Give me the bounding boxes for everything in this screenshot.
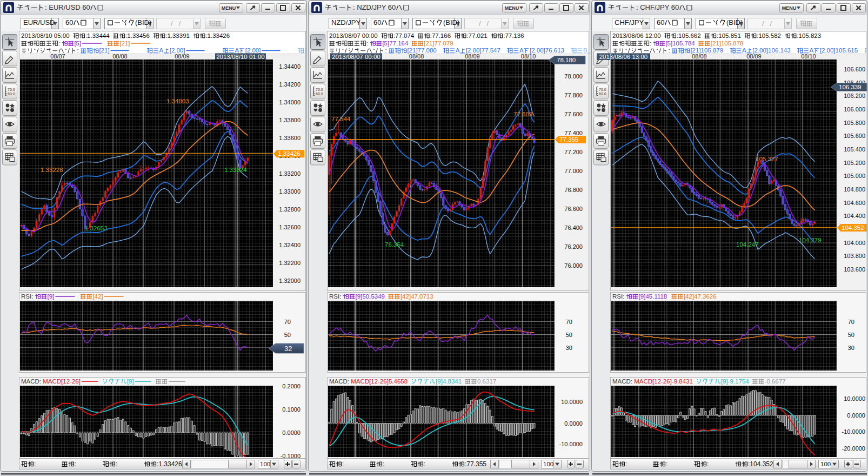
svg-text:[2.00]: [2.00] — [820, 47, 836, 54]
svg-text:[5]: [5] — [665, 40, 672, 47]
svg-text::77.074: :77.074 — [393, 32, 415, 39]
svg-text:1.33228: 1.33228 — [41, 167, 63, 173]
svg-text:08/09: 08/09 — [465, 53, 480, 60]
svg-text::105.662: :105.662 — [677, 32, 701, 39]
svg-text::1.33426: :1.33426 — [205, 32, 230, 39]
svg-text:(BID): (BID) — [726, 18, 743, 27]
svg-text:76.354: 76.354 — [385, 241, 404, 248]
svg-text:08/10: 08/10 — [521, 53, 536, 60]
svg-text:105.200: 105.200 — [844, 160, 865, 166]
svg-text:(BID): (BID) — [443, 18, 459, 27]
svg-text:[21]: [21] — [99, 47, 109, 54]
svg-text:100: 100 — [260, 461, 270, 467]
svg-text:30: 30 — [566, 345, 572, 351]
svg-text:0.2000: 0.2000 — [282, 383, 301, 389]
svg-text::: : — [342, 460, 344, 468]
svg-text:CHF/JPY: CHF/JPY — [615, 18, 644, 27]
svg-text::: : — [383, 460, 384, 468]
svg-text:RSI:: RSI: — [329, 293, 341, 300]
svg-text:A: A — [159, 47, 164, 54]
svg-text:[42]: [42] — [92, 293, 103, 300]
svg-text:77.000: 77.000 — [564, 168, 583, 174]
svg-text:104.279: 104.279 — [799, 237, 822, 243]
svg-text:30: 30 — [848, 345, 854, 351]
svg-text:103.600: 103.600 — [844, 266, 865, 273]
svg-text:[9]: [9] — [436, 378, 443, 385]
svg-text:08/07: 08/07 — [50, 53, 65, 60]
svg-text:-10.0000: -10.0000 — [842, 428, 865, 435]
svg-text:-20.0000: -20.0000 — [842, 445, 865, 452]
svg-text:RSI:: RSI: — [21, 293, 33, 300]
svg-text:: EUR/USD 60: : EUR/USD 60 — [45, 3, 90, 11]
svg-text::: : — [77, 47, 79, 54]
svg-text:105.327: 105.327 — [756, 156, 778, 162]
svg-text::: : — [666, 460, 667, 468]
svg-text:: CHF/JPY 60: : CHF/JPY 60 — [636, 3, 679, 11]
svg-text:77.164: 77.164 — [389, 40, 409, 47]
svg-text::: : — [34, 460, 36, 468]
svg-text:-0.6677: -0.6677 — [765, 378, 786, 385]
svg-text:60.0: 60.0 — [8, 92, 15, 96]
svg-text:77.609: 77.609 — [513, 111, 532, 117]
svg-text:[21]: [21] — [711, 40, 721, 47]
svg-text:0.0000: 0.0000 — [564, 420, 583, 427]
svg-text:A: A — [235, 47, 239, 54]
svg-text:0.6317: 0.6317 — [477, 378, 496, 385]
svg-text:08/08: 08/08 — [409, 53, 424, 60]
svg-text:60: 60 — [65, 18, 73, 27]
svg-text:1.34000: 1.34000 — [279, 99, 301, 105]
svg-text:1.32400: 1.32400 — [279, 242, 301, 248]
svg-text::77.136: :77.136 — [503, 32, 524, 39]
svg-text:70.0: 70.0 — [316, 88, 323, 91]
svg-text:1.33600: 1.33600 — [279, 135, 301, 141]
svg-text:MACD[12-26]: MACD[12-26] — [351, 378, 389, 385]
svg-text:MACD:: MACD: — [329, 378, 349, 385]
svg-text:[21]: [21] — [424, 40, 434, 47]
svg-text:100: 100 — [820, 461, 831, 467]
svg-text:A: A — [456, 47, 460, 54]
svg-text::77.021: :77.021 — [466, 32, 487, 39]
svg-text:1.33800: 1.33800 — [279, 117, 301, 123]
svg-text:5.4658: 5.4658 — [389, 378, 408, 385]
svg-text:08/08: 08/08 — [112, 53, 128, 60]
svg-text:1.33000: 1.33000 — [279, 188, 301, 195]
svg-text:1.32800: 1.32800 — [279, 206, 301, 213]
svg-text:77.600: 77.600 — [564, 111, 583, 117]
svg-text::1.33426: :1.33426 — [157, 460, 182, 468]
svg-text::105.851: :105.851 — [717, 32, 741, 39]
svg-text:[9]: [9] — [721, 378, 728, 385]
svg-text:MACD:: MACD: — [612, 378, 632, 385]
svg-text::1.33456: :1.33456 — [125, 32, 150, 39]
svg-text:[5]: [5] — [74, 40, 81, 47]
svg-text:105.400: 105.400 — [844, 146, 865, 153]
svg-text:76.613: 76.613 — [545, 47, 564, 54]
svg-text:70: 70 — [566, 319, 572, 325]
svg-text:[9]: [9] — [639, 293, 646, 300]
svg-text:50.5349: 50.5349 — [362, 293, 385, 300]
svg-text:76.200: 76.200 — [564, 243, 583, 250]
svg-text:1.32600: 1.32600 — [279, 224, 301, 230]
svg-text:2013/08/07 00:00: 2013/08/07 00:00 — [329, 32, 378, 39]
svg-text:47.3626: 47.3626 — [694, 293, 717, 300]
svg-text:70: 70 — [848, 319, 854, 325]
svg-text:106.143: 106.143 — [768, 47, 791, 54]
svg-text::: : — [75, 460, 76, 468]
svg-text:76.000: 76.000 — [564, 262, 583, 269]
svg-text:-10.0000: -10.0000 — [559, 441, 583, 447]
svg-text::: : — [625, 460, 627, 468]
svg-text:105.800: 105.800 — [844, 120, 865, 126]
svg-text:1.32000: 1.32000 — [279, 277, 301, 284]
svg-text:76.600: 76.600 — [564, 206, 583, 212]
svg-text:105.878: 105.878 — [721, 40, 744, 47]
svg-text:104.600: 104.600 — [844, 200, 865, 206]
svg-text:106.200: 106.200 — [844, 92, 865, 99]
svg-text:2013/08/06 13:00: 2013/08/06 13:00 — [599, 54, 648, 60]
svg-text::: : — [707, 460, 709, 468]
svg-text:77.079: 77.079 — [435, 40, 453, 47]
svg-text:103.800: 103.800 — [844, 253, 865, 259]
svg-text:0.1000: 0.1000 — [282, 406, 301, 413]
svg-text:: NZD/JPY 60: : NZD/JPY 60 — [353, 3, 396, 11]
svg-text:2013/08/10 05:00: 2013/08/10 05:00 — [21, 32, 70, 39]
svg-text::: : — [650, 40, 651, 47]
svg-text:1.33200: 1.33200 — [279, 170, 301, 177]
